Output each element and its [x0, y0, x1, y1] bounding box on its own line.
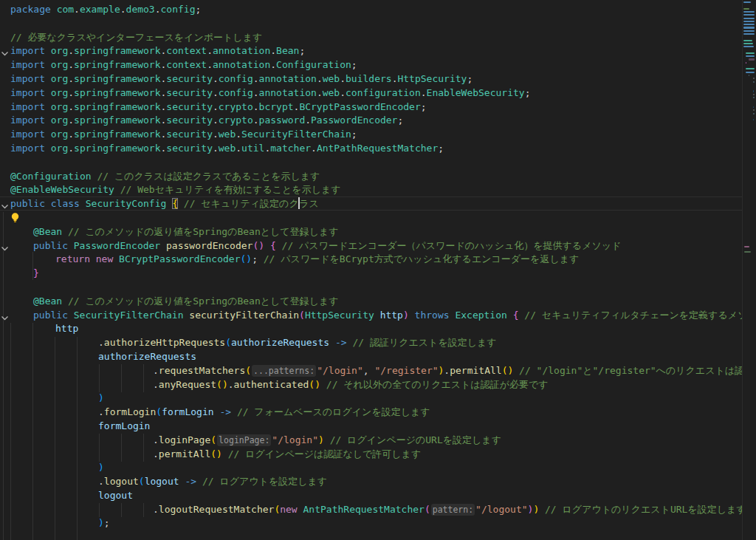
code-token: authorizeRequests — [231, 337, 335, 348]
minimap-line-mark — [743, 21, 755, 22]
code-token: matcher — [270, 143, 311, 154]
code-token: authorizeRequests — [98, 351, 196, 362]
minimap-line-mark — [743, 24, 755, 25]
code-token: permitAll — [450, 365, 501, 376]
code-token: . — [270, 45, 276, 56]
minimap-line-mark — [743, 8, 749, 10]
minimap-line-mark — [746, 68, 755, 69]
fold-chevron-icon[interactable] — [1, 201, 9, 208]
fold-chevron-icon[interactable] — [1, 243, 9, 250]
code-line[interactable]: public SecurityFilterChain securityFilte… — [10, 309, 743, 323]
code-area[interactable]: package com.example.demo3.config;// 必要なク… — [0, 0, 743, 540]
code-line[interactable]: http — [10, 322, 743, 336]
code-line[interactable] — [10, 281, 743, 295]
code-line[interactable]: public class SecurityConfig { // セキュリティ設… — [10, 197, 743, 211]
minimap-line-mark — [753, 81, 755, 83]
code-line[interactable]: import org.springframework.security.web.… — [10, 142, 743, 156]
code-token: . — [444, 365, 450, 376]
code-token: . — [253, 87, 259, 98]
code-line[interactable]: ) — [10, 392, 743, 406]
code-token: "/login" — [272, 434, 318, 445]
code-token: // フォームベースのログインを設定します — [237, 406, 430, 417]
code-token: . — [311, 143, 317, 154]
code-line[interactable]: return new BCryptPasswordEncoder(); // パ… — [10, 253, 743, 267]
code-token: . — [421, 87, 427, 98]
code-token: () — [240, 253, 252, 264]
code-line[interactable]: import org.springframework.security.conf… — [10, 86, 743, 100]
code-line[interactable]: } — [10, 267, 743, 281]
fold-chevron-icon[interactable] — [1, 48, 9, 55]
code-token: // セキュリティ設定のク — [184, 198, 299, 209]
code-line[interactable]: // 必要なクラスやインターフェースをインポートします — [10, 31, 743, 45]
code-line[interactable] — [10, 156, 743, 170]
code-token: springframework — [74, 101, 160, 112]
minimap-line-mark — [753, 78, 755, 79]
code-line[interactable] — [10, 211, 743, 225]
code-token: org — [51, 73, 68, 84]
code-line[interactable]: import org.springframework.security.cryp… — [10, 100, 743, 115]
code-line[interactable]: .formLogin(formLogin -> // フォームベースのログインを… — [10, 406, 743, 420]
code-token: . — [68, 129, 74, 140]
code-line[interactable]: .anyRequest().authenticated() // それ以外の全て… — [10, 378, 743, 392]
code-token: HttpSecurity — [305, 310, 380, 321]
minimap[interactable] — [742, 0, 756, 540]
minimap-line-mark — [743, 11, 755, 13]
code-token: @Bean — [33, 226, 62, 237]
code-line[interactable]: .requestMatchers(...patterns:"/login", "… — [10, 364, 743, 378]
code-line[interactable]: @Configuration // このクラスは設定クラスであることを示します — [10, 170, 743, 184]
code-token: loginPage — [159, 434, 210, 445]
code-line[interactable]: import org.springframework.context.annot… — [10, 58, 743, 72]
code-token: EnableWebSecurity — [427, 87, 525, 98]
code-token: { — [270, 240, 276, 251]
code-token: . — [236, 129, 241, 140]
code-line[interactable]: import org.springframework.security.conf… — [10, 72, 743, 86]
code-token: // ログアウトのリクエストURLを設定します — [539, 504, 743, 515]
code-line[interactable]: .authorizeHttpRequests(authorizeRequests… — [10, 336, 743, 350]
code-token: . — [68, 143, 74, 154]
code-token: () — [210, 448, 222, 459]
code-line[interactable]: ) — [10, 461, 743, 475]
code-line[interactable] — [10, 17, 743, 31]
minimap-line-mark — [744, 246, 749, 247]
code-token: BCryptPasswordEncoder — [119, 253, 240, 264]
code-token — [409, 310, 415, 321]
code-line[interactable]: package com.example.demo3.config; — [10, 3, 743, 17]
code-token: annotation — [213, 45, 270, 56]
code-token: http — [55, 323, 78, 334]
code-token: crypto — [219, 115, 253, 126]
code-token: @EnableWebSecurity — [10, 184, 114, 195]
code-token: anyRequest — [159, 379, 216, 390]
code-token: SecurityFilterChain — [74, 310, 190, 321]
code-line[interactable]: import org.springframework.security.cryp… — [10, 114, 743, 128]
code-line[interactable]: .logoutRequestMatcher(new AntPathRequest… — [10, 503, 743, 517]
code-line[interactable]: import org.springframework.context.annot… — [10, 44, 743, 58]
code-line[interactable]: formLogin — [10, 420, 743, 434]
code-line[interactable]: import org.springframework.security.web.… — [10, 128, 743, 142]
code-line[interactable]: @EnableWebSecurity // Webセキュリティを有効にすることを… — [10, 183, 743, 197]
code-line[interactable]: public PasswordEncoder passwordEncoder()… — [10, 239, 743, 253]
fold-chevron-icon[interactable] — [1, 312, 9, 320]
code-line[interactable]: .logout(logout -> // ログアウトを設定します — [10, 475, 743, 489]
code-line[interactable]: @Bean // このメソッドの返り値をSpringのBeanとして登録します — [10, 295, 743, 309]
code-line[interactable]: .loginPage(loginPage:"/login") // ログインペー… — [10, 434, 743, 448]
code-line[interactable]: .permitAll() // ログインページは認証なしで許可します — [10, 448, 743, 462]
code-token: . — [305, 115, 311, 126]
code-token: () — [252, 240, 264, 251]
code-token: . — [120, 4, 126, 15]
code-line[interactable]: logout — [10, 489, 743, 503]
code-token: } — [33, 267, 39, 278]
code-token: ( — [156, 406, 162, 417]
code-token: passwordEncoder — [166, 240, 252, 251]
minimap-line-mark — [743, 18, 755, 19]
code-line[interactable]: ); — [10, 516, 743, 530]
code-token: springframework — [74, 45, 160, 56]
code-token: @Configuration — [10, 171, 92, 182]
code-line[interactable]: @Bean // このメソッドの返り値をSpringのBeanとして登録します — [10, 225, 743, 239]
code-token: builders — [346, 73, 392, 84]
code-token — [178, 198, 184, 209]
minimap-line-mark — [753, 90, 754, 92]
code-line[interactable]: authorizeRequests — [10, 350, 743, 364]
lightbulb-icon[interactable] — [10, 212, 21, 224]
code-token: ( — [425, 504, 430, 515]
code-token: // Webセキュリティを有効にすることを示します — [114, 184, 341, 195]
